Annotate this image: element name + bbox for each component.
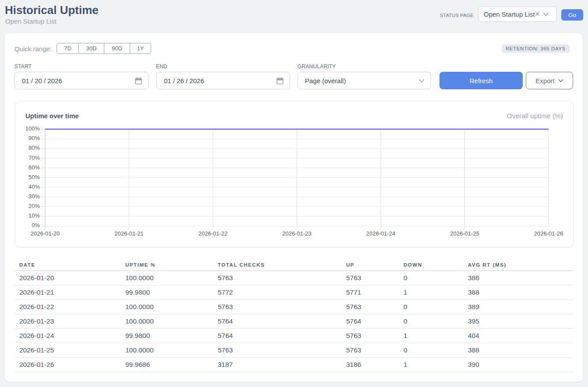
svg-text:2026-01-22: 2026-01-22 [198,230,228,237]
svg-text:10%: 10% [28,212,40,219]
svg-text:2026-01-20: 2026-01-20 [31,230,60,237]
svg-text:30%: 30% [28,193,40,200]
svg-text:2026-01-21: 2026-01-21 [114,230,144,237]
svg-text:60%: 60% [28,164,40,171]
svg-text:2026-01-23: 2026-01-23 [282,230,312,237]
svg-text:50%: 50% [28,174,40,180]
svg-text:2026-01-25: 2026-01-25 [450,230,479,237]
svg-text:20%: 20% [28,203,40,209]
svg-text:80%: 80% [28,144,40,151]
svg-text:90%: 90% [28,135,40,141]
svg-text:40%: 40% [28,183,40,190]
svg-text:2026-01-26: 2026-01-26 [534,230,563,237]
svg-text:100%: 100% [25,125,40,132]
svg-text:70%: 70% [28,155,40,161]
svg-text:2026-01-24: 2026-01-24 [366,230,396,237]
svg-text:0%: 0% [32,222,40,229]
